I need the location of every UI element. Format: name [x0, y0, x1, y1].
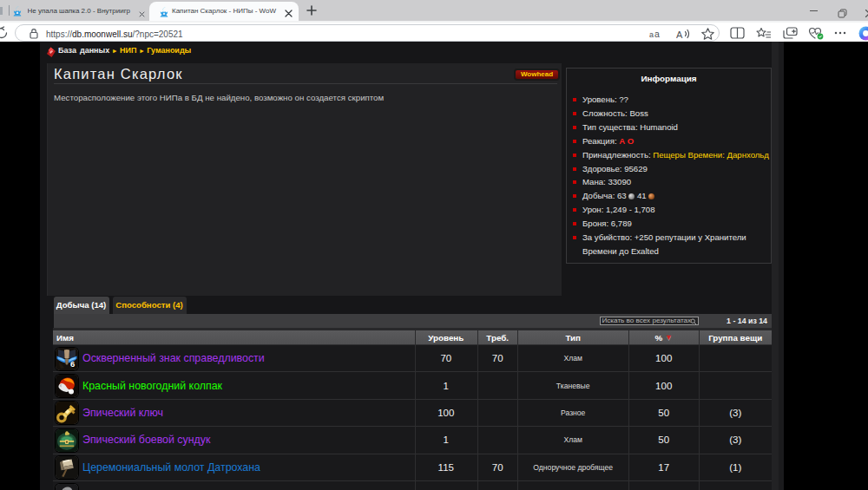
- svg-text:а: а: [649, 30, 654, 39]
- svg-text:а: а: [654, 29, 660, 39]
- svg-text:A: A: [676, 29, 683, 40]
